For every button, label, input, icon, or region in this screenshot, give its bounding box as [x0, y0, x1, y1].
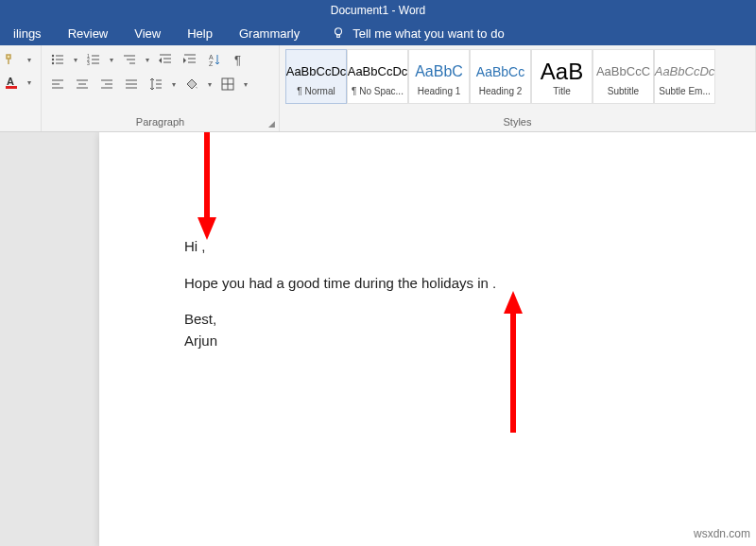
format-painter-dropdown[interactable]: ▾	[26, 49, 33, 70]
shading-icon[interactable]	[181, 74, 202, 94]
bullets-icon[interactable]	[47, 49, 68, 70]
ribbon: ▾ A ▾ ▾ 123 ▾ ▾ AZ ¶	[0, 45, 756, 132]
svg-point-5	[52, 59, 54, 60]
align-right-icon[interactable]	[96, 74, 117, 94]
font-color-icon[interactable]: A	[2, 72, 22, 93]
svg-text:A: A	[7, 76, 14, 87]
line-spacing-dropdown[interactable]: ▾	[170, 74, 178, 94]
tab-grammarly[interactable]: Grammarly	[226, 21, 313, 45]
clipboard-group: ▾ A ▾	[0, 45, 42, 131]
paragraph-group-label: Paragraph	[47, 114, 273, 129]
annotation-arrow-2	[502, 291, 524, 433]
svg-marker-47	[198, 217, 216, 240]
tell-me-search[interactable]: Tell me what you want to do	[332, 26, 504, 41]
lightbulb-icon	[332, 26, 345, 40]
paragraph-group: ▾ 123 ▾ ▾ AZ ¶ ▾ ▾ ▾	[42, 45, 280, 131]
ribbon-tabs: ilings Review View Help Grammarly Tell m…	[0, 21, 756, 45]
svg-text:3: 3	[87, 60, 90, 66]
show-hide-icon[interactable]: ¶	[229, 49, 249, 70]
sort-icon[interactable]: AZ	[204, 49, 225, 70]
shading-dropdown[interactable]: ▾	[206, 74, 214, 94]
multilevel-dropdown[interactable]: ▾	[144, 49, 151, 70]
line-spacing-icon[interactable]	[146, 74, 166, 94]
style-subtle-emphasis[interactable]: AaBbCcDc Subtle Em...	[654, 49, 715, 104]
numbering-icon[interactable]: 123	[83, 49, 104, 70]
svg-text:¶: ¶	[234, 53, 241, 67]
tab-mailings[interactable]: ilings	[0, 21, 55, 45]
svg-point-6	[52, 62, 54, 64]
title-bar: Document1 - Word	[0, 0, 756, 21]
paragraph-dialog-launcher[interactable]: ◢	[266, 118, 277, 129]
tab-review[interactable]: Review	[55, 21, 122, 45]
style-no-spacing[interactable]: AaBbCcDc ¶ No Spac...	[347, 49, 408, 104]
svg-rect-3	[6, 86, 17, 89]
doc-line-2: Hope you had a good time during the holi…	[184, 273, 496, 295]
tab-help[interactable]: Help	[174, 21, 226, 45]
bullets-dropdown[interactable]: ▾	[72, 49, 79, 70]
document-body[interactable]: Hi , Hope you had a good time during the…	[184, 236, 496, 351]
svg-text:Z: Z	[209, 60, 214, 67]
tab-view[interactable]: View	[121, 21, 174, 45]
document-page[interactable]: Hi , Hope you had a good time during the…	[99, 132, 756, 546]
justify-icon[interactable]	[121, 74, 142, 94]
align-center-icon[interactable]	[72, 74, 93, 94]
styles-group-label: Styles	[285, 114, 749, 129]
style-title[interactable]: AaB Title	[531, 49, 593, 104]
annotation-arrow-1	[196, 132, 218, 242]
format-painter-icon[interactable]	[2, 49, 22, 70]
decrease-indent-icon[interactable]	[155, 49, 176, 70]
style-subtitle[interactable]: AaBbCcC Subtitle	[593, 49, 654, 104]
align-left-icon[interactable]	[47, 74, 68, 94]
svg-marker-49	[504, 291, 523, 314]
doc-line-4: Arjun	[184, 331, 496, 352]
svg-rect-1	[337, 35, 340, 38]
document-title: Document1 - Word	[331, 4, 425, 17]
borders-dropdown[interactable]: ▾	[242, 74, 249, 94]
font-color-dropdown[interactable]: ▾	[26, 72, 33, 93]
borders-icon[interactable]	[217, 74, 238, 94]
document-workspace: Hi , Hope you had a good time during the…	[0, 132, 756, 546]
svg-point-4	[52, 55, 54, 57]
increase-indent-icon[interactable]	[180, 49, 200, 70]
svg-text:A: A	[209, 54, 214, 60]
multilevel-list-icon[interactable]	[119, 49, 140, 70]
style-heading1[interactable]: AaBbC Heading 1	[408, 49, 470, 104]
doc-line-3: Best,	[184, 309, 496, 331]
doc-line-1: Hi ,	[184, 236, 496, 258]
styles-group: AaBbCcDc ¶ Normal AaBbCcDc ¶ No Spac... …	[280, 45, 756, 131]
numbering-dropdown[interactable]: ▾	[108, 49, 115, 70]
svg-point-0	[335, 28, 342, 35]
style-heading2[interactable]: AaBbCc Heading 2	[470, 49, 531, 104]
style-normal[interactable]: AaBbCcDc ¶ Normal	[285, 49, 347, 104]
watermark: wsxdn.com	[694, 527, 750, 540]
